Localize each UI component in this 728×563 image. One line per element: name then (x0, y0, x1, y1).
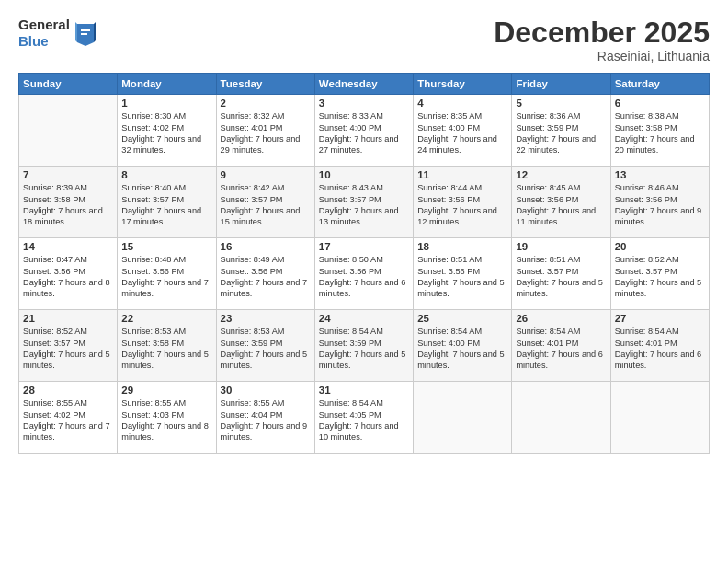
logo-general: General (18, 17, 70, 33)
calendar-week-row: 1Sunrise: 8:30 AM Sunset: 4:02 PM Daylig… (19, 95, 710, 167)
day-info: Sunrise: 8:55 AM Sunset: 4:03 PM Dayligh… (121, 397, 211, 443)
day-info: Sunrise: 8:52 AM Sunset: 3:57 PM Dayligh… (23, 326, 113, 372)
day-number: 28 (23, 385, 113, 396)
location-subtitle: Raseiniai, Lithuania (494, 49, 710, 63)
calendar-cell: 22Sunrise: 8:53 AM Sunset: 3:58 PM Dayli… (118, 310, 216, 382)
day-number: 3 (319, 98, 409, 109)
day-info: Sunrise: 8:50 AM Sunset: 3:56 PM Dayligh… (319, 254, 409, 300)
calendar-cell: 6Sunrise: 8:38 AM Sunset: 3:58 PM Daylig… (610, 95, 709, 167)
day-number: 22 (121, 313, 211, 324)
calendar-cell: 2Sunrise: 8:32 AM Sunset: 4:01 PM Daylig… (216, 95, 314, 167)
day-info: Sunrise: 8:33 AM Sunset: 4:00 PM Dayligh… (319, 110, 409, 156)
day-number: 1 (121, 98, 211, 109)
weekday-header-wednesday: Wednesday (314, 74, 413, 95)
weekday-header-friday: Friday (512, 74, 610, 95)
day-number: 12 (516, 169, 606, 180)
calendar-cell: 1Sunrise: 8:30 AM Sunset: 4:02 PM Daylig… (118, 95, 216, 167)
calendar-cell: 15Sunrise: 8:48 AM Sunset: 3:56 PM Dayli… (118, 238, 216, 310)
day-info: Sunrise: 8:42 AM Sunset: 3:57 PM Dayligh… (221, 182, 311, 228)
calendar-table: SundayMondayTuesdayWednesdayThursdayFrid… (18, 73, 710, 454)
calendar-cell: 12Sunrise: 8:45 AM Sunset: 3:56 PM Dayli… (512, 167, 610, 238)
day-info: Sunrise: 8:39 AM Sunset: 3:58 PM Dayligh… (23, 182, 113, 228)
calendar-cell: 26Sunrise: 8:54 AM Sunset: 4:01 PM Dayli… (512, 310, 610, 382)
day-info: Sunrise: 8:51 AM Sunset: 3:56 PM Dayligh… (417, 254, 507, 300)
day-number: 21 (23, 313, 113, 324)
calendar-cell (512, 382, 610, 454)
weekday-header-thursday: Thursday (414, 74, 512, 95)
header: General Blue December 2025 Raseiniai, Li… (18, 17, 710, 63)
day-number: 9 (221, 169, 311, 180)
calendar-cell (610, 382, 709, 454)
svg-marker-2 (75, 22, 77, 42)
day-number: 31 (319, 385, 409, 396)
svg-rect-3 (81, 29, 90, 31)
calendar-cell: 17Sunrise: 8:50 AM Sunset: 3:56 PM Dayli… (314, 238, 413, 310)
day-info: Sunrise: 8:49 AM Sunset: 3:56 PM Dayligh… (221, 254, 311, 300)
day-info: Sunrise: 8:35 AM Sunset: 4:00 PM Dayligh… (417, 110, 507, 156)
calendar-cell: 28Sunrise: 8:55 AM Sunset: 4:02 PM Dayli… (19, 382, 118, 454)
day-number: 7 (23, 169, 113, 180)
day-number: 14 (23, 241, 113, 252)
calendar-week-row: 28Sunrise: 8:55 AM Sunset: 4:02 PM Dayli… (19, 382, 710, 454)
day-info: Sunrise: 8:32 AM Sunset: 4:01 PM Dayligh… (221, 110, 311, 156)
calendar-cell: 30Sunrise: 8:55 AM Sunset: 4:04 PM Dayli… (216, 382, 314, 454)
calendar-cell: 25Sunrise: 8:54 AM Sunset: 4:00 PM Dayli… (414, 310, 512, 382)
calendar-week-row: 7Sunrise: 8:39 AM Sunset: 3:58 PM Daylig… (19, 167, 710, 238)
logo-text-block: General Blue (18, 17, 70, 50)
calendar-cell: 9Sunrise: 8:42 AM Sunset: 3:57 PM Daylig… (216, 167, 314, 238)
calendar-cell: 19Sunrise: 8:51 AM Sunset: 3:57 PM Dayli… (512, 238, 610, 310)
weekday-header-monday: Monday (118, 74, 216, 95)
calendar-cell: 31Sunrise: 8:54 AM Sunset: 4:05 PM Dayli… (314, 382, 413, 454)
day-number: 11 (417, 169, 507, 180)
day-number: 20 (615, 241, 705, 252)
day-info: Sunrise: 8:36 AM Sunset: 3:59 PM Dayligh… (516, 110, 606, 156)
calendar-week-row: 21Sunrise: 8:52 AM Sunset: 3:57 PM Dayli… (19, 310, 710, 382)
calendar-cell: 24Sunrise: 8:54 AM Sunset: 3:59 PM Dayli… (314, 310, 413, 382)
calendar-week-row: 14Sunrise: 8:47 AM Sunset: 3:56 PM Dayli… (19, 238, 710, 310)
weekday-header-sunday: Sunday (19, 74, 118, 95)
day-number: 17 (319, 241, 409, 252)
day-number: 10 (319, 169, 409, 180)
day-info: Sunrise: 8:47 AM Sunset: 3:56 PM Dayligh… (23, 254, 113, 300)
day-number: 16 (221, 241, 311, 252)
day-number: 6 (615, 98, 705, 109)
day-number: 26 (516, 313, 606, 324)
calendar-page: General Blue December 2025 Raseiniai, Li… (0, 0, 728, 563)
day-info: Sunrise: 8:54 AM Sunset: 4:00 PM Dayligh… (417, 326, 507, 372)
day-number: 19 (516, 241, 606, 252)
calendar-cell: 13Sunrise: 8:46 AM Sunset: 3:56 PM Dayli… (610, 167, 709, 238)
day-info: Sunrise: 8:30 AM Sunset: 4:02 PM Dayligh… (121, 110, 211, 156)
day-info: Sunrise: 8:43 AM Sunset: 3:57 PM Dayligh… (319, 182, 409, 228)
calendar-cell: 10Sunrise: 8:43 AM Sunset: 3:57 PM Dayli… (314, 167, 413, 238)
day-number: 27 (615, 313, 705, 324)
calendar-cell: 11Sunrise: 8:44 AM Sunset: 3:56 PM Dayli… (414, 167, 512, 238)
weekday-header-row: SundayMondayTuesdayWednesdayThursdayFrid… (19, 74, 710, 95)
day-info: Sunrise: 8:51 AM Sunset: 3:57 PM Dayligh… (516, 254, 606, 300)
day-info: Sunrise: 8:55 AM Sunset: 4:04 PM Dayligh… (221, 397, 311, 443)
calendar-cell: 8Sunrise: 8:40 AM Sunset: 3:57 PM Daylig… (118, 167, 216, 238)
calendar-cell: 21Sunrise: 8:52 AM Sunset: 3:57 PM Dayli… (19, 310, 118, 382)
day-number: 23 (221, 313, 311, 324)
calendar-cell (19, 95, 118, 167)
day-info: Sunrise: 8:38 AM Sunset: 3:58 PM Dayligh… (615, 110, 705, 156)
day-number: 2 (221, 98, 311, 109)
month-title: December 2025 (494, 17, 710, 49)
logo-icon (75, 20, 96, 46)
day-info: Sunrise: 8:54 AM Sunset: 4:01 PM Dayligh… (516, 326, 606, 372)
day-info: Sunrise: 8:45 AM Sunset: 3:56 PM Dayligh… (516, 182, 606, 228)
day-number: 5 (516, 98, 606, 109)
calendar-cell: 5Sunrise: 8:36 AM Sunset: 3:59 PM Daylig… (512, 95, 610, 167)
day-info: Sunrise: 8:53 AM Sunset: 3:59 PM Dayligh… (221, 326, 311, 372)
day-info: Sunrise: 8:46 AM Sunset: 3:56 PM Dayligh… (615, 182, 705, 228)
title-block: December 2025 Raseiniai, Lithuania (494, 17, 710, 63)
svg-rect-4 (81, 33, 87, 35)
logo: General Blue (18, 17, 96, 50)
day-info: Sunrise: 8:53 AM Sunset: 3:58 PM Dayligh… (121, 326, 211, 372)
day-number: 30 (221, 385, 311, 396)
weekday-header-tuesday: Tuesday (216, 74, 314, 95)
day-number: 24 (319, 313, 409, 324)
calendar-cell: 14Sunrise: 8:47 AM Sunset: 3:56 PM Dayli… (19, 238, 118, 310)
day-info: Sunrise: 8:54 AM Sunset: 4:05 PM Dayligh… (319, 397, 409, 443)
day-info: Sunrise: 8:40 AM Sunset: 3:57 PM Dayligh… (121, 182, 211, 228)
logo-blue: Blue (18, 33, 70, 50)
